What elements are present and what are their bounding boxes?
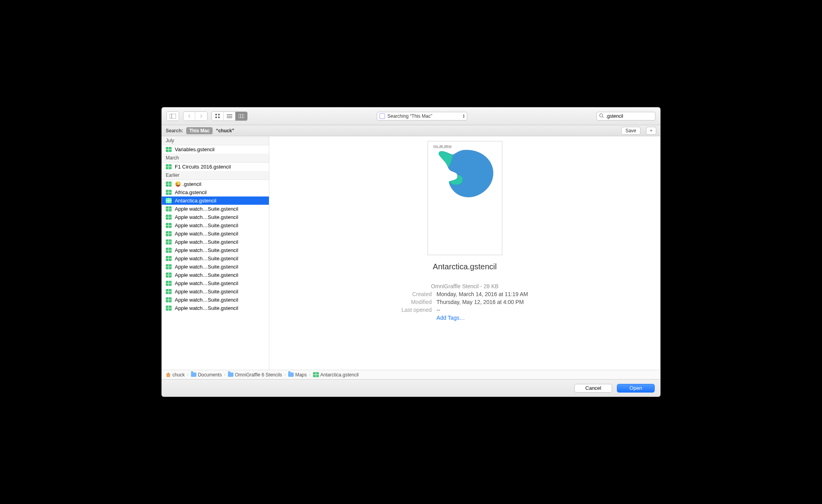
opened-label: Last opened [402, 307, 432, 313]
svg-rect-5 [218, 117, 220, 118]
stencil-icon [313, 372, 319, 377]
stencil-icon [166, 147, 172, 152]
file-name: F1 Circuits 2016.gstencil [175, 164, 231, 170]
add-tags-link[interactable]: Add Tags… [437, 315, 528, 321]
file-row[interactable]: Africa.gstencil [162, 188, 269, 196]
opened-value: -- [437, 307, 528, 313]
path-separator: › [224, 372, 225, 377]
view-icon-list[interactable] [224, 112, 235, 120]
add-criteria-button[interactable]: ＋ [646, 127, 656, 135]
file-row[interactable]: Apple watch…Suite.gstencil [162, 221, 269, 230]
search-icon [599, 113, 604, 119]
scope-label: Search: [166, 128, 183, 133]
stencil-icon [166, 256, 172, 261]
stencil-icon [166, 289, 172, 294]
stencil-icon [166, 198, 172, 203]
stencil-icon [166, 206, 172, 211]
svg-rect-3 [218, 114, 220, 115]
file-row[interactable]: Antarctica.gstencil [162, 196, 269, 205]
chevron-updown-icon: ▴▾ [463, 114, 465, 119]
view-icon-grid[interactable] [212, 112, 224, 120]
path-bar: chuck›Documents›OmniGraffle 6 Stencils›M… [162, 370, 660, 379]
stencil-icon [166, 164, 172, 169]
folder-icon [191, 372, 196, 377]
group-header: Earlier [162, 171, 269, 180]
folder-icon [228, 372, 233, 377]
path-item[interactable]: chuck [166, 372, 185, 378]
nav-back[interactable] [183, 112, 195, 120]
file-row[interactable]: Apple watch…Suite.gstencil [162, 296, 269, 304]
stencil-icon [166, 231, 172, 236]
stencil-icon [166, 215, 172, 220]
svg-rect-2 [215, 114, 217, 115]
open-button[interactable]: Open [617, 384, 655, 393]
svg-line-13 [602, 117, 604, 118]
file-name: Apple watch…Suite.gstencil [175, 214, 238, 220]
path-label: Maps [295, 372, 307, 378]
stencil-icon [166, 281, 172, 286]
svg-rect-4 [215, 117, 217, 118]
file-row[interactable]: Variables.gstencil [162, 145, 269, 154]
dialog-footer: Cancel Open [162, 379, 660, 397]
file-row[interactable]: Apple watch…Suite.gstencil [162, 246, 269, 254]
stencil-icon [166, 248, 172, 253]
file-row[interactable]: Apple watch…Suite.gstencil [162, 205, 269, 213]
preview-title: Antarctica.gstencil [433, 262, 496, 271]
location-popup[interactable]: Searching “This Mac” ▴▾ [377, 112, 467, 120]
file-name: Apple watch…Suite.gstencil [175, 239, 238, 245]
nav-forward[interactable] [195, 112, 207, 120]
preview-meta: OmniGraffle Stencil - 28 KB Created Mond… [402, 283, 528, 321]
preview-kind: OmniGraffle Stencil - 28 KB [402, 283, 528, 289]
search-field[interactable]: ✕ [596, 112, 655, 120]
file-name: Variables.gstencil [175, 146, 215, 152]
file-row[interactable]: Apple watch…Suite.gstencil [162, 279, 269, 287]
file-row[interactable]: Apple watch…Suite.gstencil [162, 254, 269, 263]
scope-this-mac[interactable]: This Mac [186, 127, 213, 134]
sidebar-toggle[interactable] [167, 111, 179, 121]
file-row[interactable]: F1 Circuits 2016.gstencil [162, 163, 269, 171]
scope-bar: Search: This Mac “chuck” Save ＋ [162, 125, 660, 136]
created-value: Monday, March 14, 2016 at 11:19 AM [437, 291, 528, 297]
file-name: Africa.gstencil [175, 189, 207, 195]
file-name: Apple watch…Suite.gstencil [175, 297, 238, 303]
file-name: Apple watch…Suite.gstencil [175, 264, 238, 270]
file-row[interactable]: 😜 .gstencil [162, 180, 269, 188]
file-row[interactable]: Apple watch…Suite.gstencil [162, 287, 269, 296]
view-icon-columns[interactable] [235, 112, 247, 120]
view-mode-group [211, 111, 248, 121]
home-icon [166, 372, 171, 377]
file-name: Apple watch…Suite.gstencil [175, 222, 238, 228]
file-row[interactable]: Apple watch…Suite.gstencil [162, 263, 269, 271]
preview-thumbnail: 0 km 600 1200 km [428, 141, 502, 255]
file-row[interactable]: Apple watch…Suite.gstencil [162, 238, 269, 246]
file-name: Apple watch…Suite.gstencil [175, 231, 238, 237]
file-row[interactable]: Apple watch…Suite.gstencil [162, 230, 269, 238]
file-list[interactable]: JulyVariables.gstencilMarchF1 Circuits 2… [162, 136, 269, 370]
file-row[interactable]: Apple watch…Suite.gstencil [162, 213, 269, 221]
file-name: Apple watch…Suite.gstencil [175, 206, 238, 212]
stencil-icon [166, 190, 172, 195]
save-search-button[interactable]: Save [621, 127, 641, 135]
nav-group [183, 111, 207, 121]
stencil-icon [166, 264, 172, 269]
path-item[interactable]: OmniGraffle 6 Stencils [228, 372, 282, 378]
path-item[interactable]: Documents [191, 372, 222, 378]
stencil-icon [166, 182, 172, 187]
path-separator: › [309, 372, 310, 377]
file-row[interactable]: Apple watch…Suite.gstencil [162, 304, 269, 312]
scale-label: 0 km 600 1200 km [433, 145, 452, 147]
stencil-icon [166, 272, 172, 278]
path-label: Antarctica.gstencil [320, 372, 359, 378]
modified-value: Thursday, May 12, 2016 at 4:00 PM [437, 299, 528, 305]
scope-folder[interactable]: “chuck” [216, 128, 234, 133]
file-name: Apple watch…Suite.gstencil [175, 305, 238, 311]
svg-rect-9 [239, 114, 244, 118]
stencil-icon [166, 297, 172, 302]
path-item[interactable]: Antarctica.gstencil [313, 372, 359, 378]
path-item[interactable]: Maps [288, 372, 307, 378]
search-scope-icon [380, 113, 385, 119]
cancel-button[interactable]: Cancel [574, 384, 612, 393]
file-row[interactable]: Apple watch…Suite.gstencil [162, 271, 269, 279]
path-separator: › [285, 372, 286, 377]
search-input[interactable] [606, 113, 661, 119]
